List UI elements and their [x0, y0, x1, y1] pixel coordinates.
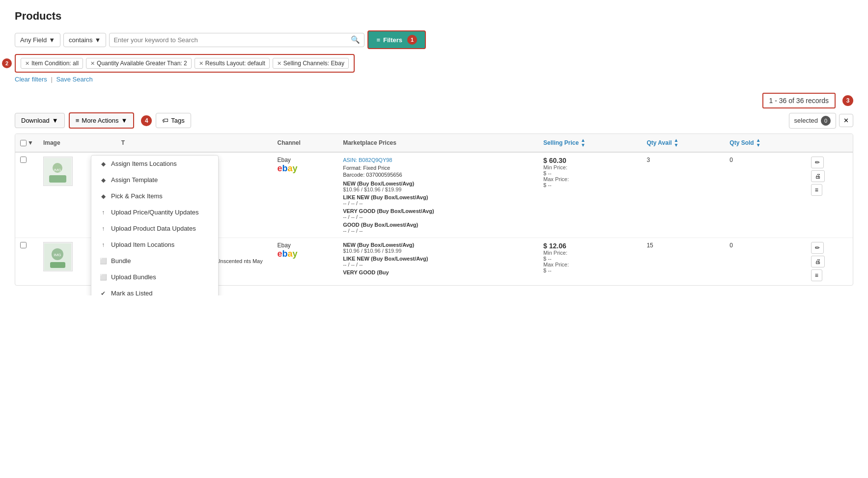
dropdown-item-assign-template[interactable]: ◆ Assign Template — [91, 172, 218, 188]
dropdown-item-pick-pack[interactable]: ◆ Pick & Pack Items — [91, 188, 218, 204]
dropdown-item-upload-locations[interactable]: ↑ Upload Item Locations — [91, 237, 218, 253]
toolbar-row: Download ▼ ≡ More Actions ▼ 4 🏷 Tags sel… — [15, 112, 853, 129]
assign-template-label: Assign Template — [111, 176, 158, 184]
row2-price-values-0: $10.96 / $10.96 / $19.99 — [343, 248, 533, 254]
upload-price-icon: ↑ — [99, 209, 107, 216]
row2-channel-cell: Ebay ebay — [272, 238, 338, 286]
selling-price-sort[interactable]: ▲▼ — [581, 138, 586, 148]
th-qty-avail[interactable]: Qty Avail ▲▼ — [642, 134, 725, 152]
filter-tag-quantity: ✕ Quantity Available Greater Than: 2 — [86, 58, 192, 69]
download-button[interactable]: Download ▼ — [15, 113, 65, 128]
row2-actions-cell: ✏ 🖨 ≡ — [806, 238, 853, 286]
row1-max-price-label: Max Price: — [543, 176, 569, 182]
row1-menu-button[interactable]: ≡ — [811, 184, 822, 196]
row1-price-values-3: -- / -- / -- — [343, 228, 533, 234]
filter-tag-channel-label: Selling Channels: Ebay — [283, 60, 344, 67]
bundle-label: Bundle — [111, 257, 131, 265]
download-label: Download — [21, 117, 50, 124]
dropdown-item-assign-locations[interactable]: ◆ Assign Items Locations — [91, 156, 218, 172]
row1-checkbox[interactable] — [20, 157, 27, 163]
upload-locations-label: Upload Item Locations — [111, 241, 174, 248]
row2-edit-button[interactable]: ✏ — [811, 242, 824, 254]
row1-barcode-label: Barcode: — [343, 172, 364, 178]
selected-area: selected 0 ✕ — [789, 113, 853, 129]
th-qty-sold[interactable]: Qty Sold ▲▼ — [725, 134, 806, 152]
row2-price-condition-1: LIKE NEW (Buy Box/Lowest/Avg) — [343, 256, 533, 262]
tags-button[interactable]: 🏷 Tags — [156, 113, 191, 128]
annotation-4-badge: 4 — [141, 115, 152, 126]
filter-tag-channel: ✕ Selling Channels: Ebay — [273, 58, 349, 69]
tags-icon: 🏷 — [162, 117, 168, 124]
row2-price-condition-0: NEW (Buy Box/Lowest/Avg) — [343, 242, 533, 248]
row1-asin-link[interactable]: ASIN: B082Q9QY98 — [343, 157, 392, 163]
row1-image: IMG — [43, 157, 73, 186]
row1-marketplace-cell: ASIN: B082Q9QY98 Format: Fixed Price Bar… — [338, 152, 538, 238]
filter-tag-quantity-remove[interactable]: ✕ — [90, 60, 95, 67]
records-count: 1 - 36 of 36 records — [762, 93, 836, 108]
row1-selling-price: $ 60.30 — [543, 157, 637, 164]
more-actions-button[interactable]: ≡ More Actions ▼ — [69, 112, 135, 129]
th-selling-price[interactable]: Selling Price ▲▼ — [538, 134, 642, 152]
row1-qty-sold-cell: 0 — [725, 152, 806, 238]
selected-label: selected 0 — [789, 113, 836, 129]
search-input[interactable] — [113, 33, 351, 47]
save-search-link[interactable]: Save Search — [56, 76, 92, 83]
row1-price-condition-3: GOOD (Buy Box/Lowest/Avg) — [343, 222, 533, 228]
filters-button[interactable]: ≡ Filters 1 — [367, 30, 426, 49]
svg-rect-2 — [49, 175, 66, 183]
row2-print-button[interactable]: 🖨 — [811, 256, 825, 267]
row1-selling-price-cell: $ 60.30 Min Price: $ -- Max Price: $ -- — [538, 152, 642, 238]
search-button[interactable]: 🔍 — [351, 35, 360, 44]
row2-min-price-value: $ -- — [543, 256, 552, 262]
th-marketplace: Marketplace Prices — [338, 134, 538, 152]
row1-price-values-2: -- / -- / -- — [343, 214, 533, 220]
row1-qty-avail: 3 — [646, 157, 650, 163]
dropdown-item-bundle[interactable]: ⬜ Bundle — [91, 253, 218, 269]
dropdown-item-mark-listed[interactable]: ✔ Mark as Listed — [91, 285, 218, 295]
filter-tag-layout: ✕ Results Layout: default — [195, 58, 270, 69]
upload-product-icon: ↑ — [99, 225, 107, 232]
row1-asin-label: ASIN: — [343, 157, 357, 163]
row1-print-button[interactable]: 🖨 — [811, 170, 825, 182]
field-dropdown-label: Any Field — [20, 36, 47, 44]
upload-bundles-icon: ⬜ — [99, 274, 107, 281]
records-row: 1 - 36 of 36 records 3 — [15, 93, 853, 108]
svg-rect-6 — [50, 262, 65, 268]
row1-edit-button[interactable]: ✏ — [811, 157, 824, 168]
filters-label: Filters — [383, 36, 402, 44]
row2-image: IMG — [43, 242, 73, 271]
filter-tag-channel-remove[interactable]: ✕ — [277, 60, 281, 67]
filter-tag-condition-remove[interactable]: ✕ — [25, 60, 29, 67]
th-title: T — [116, 134, 273, 152]
select-all-checkbox[interactable] — [20, 140, 27, 146]
row2-menu-button[interactable]: ≡ — [811, 269, 822, 281]
assign-template-icon: ◆ — [99, 177, 107, 184]
filter-tag-layout-remove[interactable]: ✕ — [199, 60, 203, 67]
mark-listed-label: Mark as Listed — [111, 290, 153, 295]
dropdown-item-upload-product[interactable]: ↑ Upload Product Data Updates — [91, 220, 218, 237]
qty-sold-sort[interactable]: ▲▼ — [756, 138, 761, 148]
clear-filters-link[interactable]: Clear filters — [15, 76, 47, 83]
contains-dropdown[interactable]: contains ▼ — [63, 33, 106, 47]
row1-min-price: Min Price: $ -- — [543, 164, 637, 176]
dropdown-item-upload-price[interactable]: ↑ Upload Price/Quantity Updates — [91, 204, 218, 220]
filter-links-sep: | — [51, 76, 54, 83]
row2-checkbox[interactable] — [20, 242, 27, 248]
dropdown-item-upload-bundles[interactable]: ⬜ Upload Bundles — [91, 269, 218, 285]
mark-listed-icon: ✔ — [99, 290, 107, 296]
assign-locations-label: Assign Items Locations — [111, 160, 177, 167]
filter-tag-condition-label: Item Condition: all — [31, 60, 79, 67]
th-channel: Channel — [272, 134, 338, 152]
th-actions — [806, 134, 853, 152]
row1-checkbox-cell — [15, 152, 38, 238]
row2-max-price-label: Max Price: — [543, 262, 569, 267]
selected-clear-button[interactable]: ✕ — [839, 114, 853, 127]
select-all-arrow[interactable]: ▼ — [28, 139, 33, 146]
field-dropdown[interactable]: Any Field ▼ — [15, 33, 60, 47]
search-bar-row: Any Field ▼ contains ▼ 🔍 ≡ Filters 1 — [15, 30, 853, 49]
selected-count: 0 — [821, 116, 831, 126]
row1-max-price-value: $ -- — [543, 182, 552, 188]
row2-ebay-logo: ebay — [277, 249, 333, 259]
row1-actions-cell: ✏ 🖨 ≡ — [806, 152, 853, 238]
qty-avail-sort[interactable]: ▲▼ — [674, 138, 679, 148]
